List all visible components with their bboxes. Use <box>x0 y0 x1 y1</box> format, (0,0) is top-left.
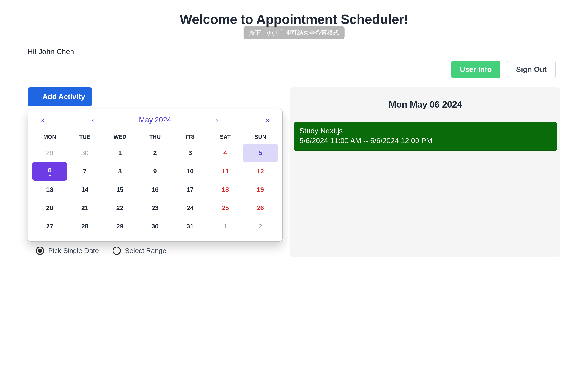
radio-range-label: Select Range <box>125 247 166 255</box>
weekday-label: MON <box>32 134 67 140</box>
date-mode-group: Pick Single Date Select Range <box>27 247 285 255</box>
add-activity-label: Add Activity <box>43 92 85 101</box>
day-cell[interactable]: 10 <box>173 162 208 181</box>
day-cell[interactable]: 6 <box>32 162 67 181</box>
user-info-button[interactable]: User Info <box>451 60 501 78</box>
day-cell[interactable]: 31 <box>173 217 208 236</box>
day-cell[interactable]: 19 <box>243 181 278 199</box>
day-cell[interactable]: 5 <box>243 144 278 162</box>
day-cell[interactable]: 20 <box>32 199 67 217</box>
day-cell[interactable]: 1 <box>103 144 138 162</box>
day-cell[interactable]: 25 <box>208 199 243 217</box>
day-cell[interactable]: 14 <box>67 181 103 199</box>
day-cell[interactable]: 2 <box>138 144 173 162</box>
day-grid: 2930123456789101112131415161718192021222… <box>32 144 278 236</box>
day-cell[interactable]: 12 <box>243 162 278 181</box>
day-cell[interactable]: 1 <box>208 217 243 236</box>
radio-single-date[interactable]: Pick Single Date <box>36 247 99 255</box>
day-cell[interactable]: 13 <box>32 181 67 199</box>
day-panel: Mon May 06 2024 Study Next.js5/6/2024 11… <box>290 87 561 257</box>
event-card[interactable]: Study Next.js5/6/2024 11:00 AM -- 5/6/20… <box>294 122 557 151</box>
calendar: « ‹ May 2024 › » MONTUEWEDTHUFRISATSUN 2… <box>27 109 283 242</box>
day-cell[interactable]: 11 <box>208 162 243 181</box>
day-cell[interactable]: 30 <box>67 144 103 162</box>
day-cell[interactable]: 22 <box>103 199 138 217</box>
header-actions: User Info Sign Out <box>27 60 556 78</box>
overlay-prefix: 按下 <box>249 29 261 37</box>
next-year-button[interactable]: » <box>263 116 272 124</box>
day-cell[interactable]: 18 <box>208 181 243 199</box>
add-activity-button[interactable]: + Add Activity <box>27 87 92 106</box>
weekday-label: TUE <box>67 134 103 140</box>
day-cell[interactable]: 28 <box>67 217 103 236</box>
day-cell[interactable]: 30 <box>138 217 173 236</box>
day-cell[interactable]: 23 <box>138 199 173 217</box>
weekday-label: SAT <box>208 134 243 140</box>
event-title: Study Next.js <box>300 127 551 135</box>
radio-checked-icon <box>36 247 44 255</box>
day-cell[interactable]: 17 <box>173 181 208 199</box>
plus-icon: + <box>35 93 39 100</box>
prev-year-button[interactable]: « <box>38 116 47 124</box>
day-cell[interactable]: 16 <box>138 181 173 199</box>
radio-single-label: Pick Single Date <box>48 247 99 255</box>
page-title: Welcome to Appointment Scheduler! <box>27 11 561 27</box>
day-cell[interactable]: 24 <box>173 199 208 217</box>
event-time: 5/6/2024 11:00 AM -- 5/6/2024 12:00 PM <box>300 136 551 145</box>
weekday-row: MONTUEWEDTHUFRISATSUN <box>32 134 278 140</box>
event-dot-icon <box>49 175 51 176</box>
overlay-suffix: 即可結束全螢幕模式 <box>285 29 339 37</box>
day-cell[interactable]: 27 <box>32 217 67 236</box>
prev-month-button[interactable]: ‹ <box>88 116 97 124</box>
day-cell[interactable]: 9 <box>138 162 173 181</box>
day-cell[interactable]: 8 <box>103 162 138 181</box>
panel-date-heading: Mon May 06 2024 <box>294 99 557 110</box>
day-cell[interactable]: 2 <box>243 217 278 236</box>
fullscreen-hint-overlay: 按下 (fn) F 即可結束全螢幕模式 <box>244 26 345 39</box>
radio-select-range[interactable]: Select Range <box>112 247 166 255</box>
next-month-button[interactable]: › <box>213 116 222 124</box>
day-cell[interactable]: 7 <box>67 162 103 181</box>
day-cell[interactable]: 29 <box>32 144 67 162</box>
day-cell[interactable]: 26 <box>243 199 278 217</box>
overlay-key: (fn) F <box>264 29 282 36</box>
sign-out-button[interactable]: Sign Out <box>507 60 556 78</box>
day-cell[interactable]: 4 <box>208 144 243 162</box>
weekday-label: FRI <box>173 134 208 140</box>
greeting-text: Hi! John Chen <box>27 48 561 56</box>
day-cell[interactable]: 29 <box>103 217 138 236</box>
weekday-label: THU <box>138 134 173 140</box>
day-cell[interactable]: 15 <box>103 181 138 199</box>
day-cell[interactable]: 21 <box>67 199 103 217</box>
calendar-month-label[interactable]: May 2024 <box>139 116 171 124</box>
day-cell[interactable]: 3 <box>173 144 208 162</box>
radio-unchecked-icon <box>112 247 121 255</box>
weekday-label: SUN <box>243 134 278 140</box>
weekday-label: WED <box>103 134 138 140</box>
